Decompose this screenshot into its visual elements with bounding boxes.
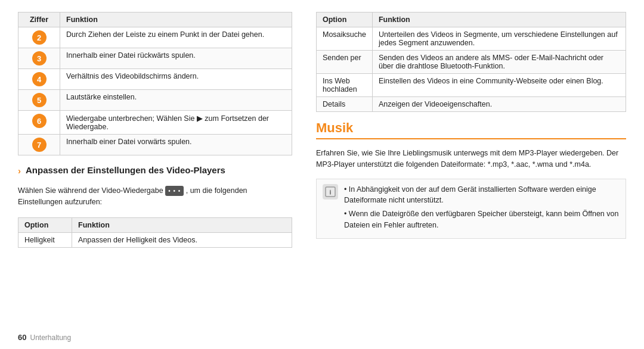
info-icon xyxy=(323,184,338,200)
ziffer-cell: 2 xyxy=(18,27,60,48)
list-item: Wenn die Dateigröße den verfügbaren Spei… xyxy=(344,208,620,231)
circle-number: 3 xyxy=(32,51,47,66)
info-text: In Abhängigkeit von der auf dem Gerät in… xyxy=(344,184,620,233)
body-text-before: Wählen Sie während der Video-Wiedergabe xyxy=(18,186,163,195)
option-header-right: Option xyxy=(317,13,373,27)
funktion-cell: Wiedergabe unterbrechen; Wählen Sie ▶ zu… xyxy=(60,111,292,135)
funktion-cell: Einstellen des Videos in eine Community-… xyxy=(372,74,626,97)
circle-number: 5 xyxy=(32,93,47,107)
menu-button: • • • xyxy=(165,186,184,196)
funktion-cell: Innerhalb einer Datei rückwärts spulen. xyxy=(60,48,292,69)
circle-number: 2 xyxy=(32,30,47,45)
table-row: 4Verhältnis des Videobildschirms ändern. xyxy=(18,69,292,90)
chevron-icon: › xyxy=(18,166,21,176)
option-cell: Ins Web hochladen xyxy=(317,74,373,97)
funktion-cell: Anpassen der Helligkeit des Videos. xyxy=(72,232,292,247)
table-row: 7Innerhalb einer Datei vorwärts spulen. xyxy=(18,135,292,155)
table-row: MosaiksucheUnterteilen des Videos in Seg… xyxy=(317,27,626,51)
option-cell: Mosaiksuche xyxy=(317,27,373,51)
table-row: 2Durch Ziehen der Leiste zu einem Punkt … xyxy=(18,27,292,48)
option-cell: Helligkeit xyxy=(18,232,72,247)
ziffer-cell: 7 xyxy=(18,135,60,155)
table-row: DetailsAnzeigen der Videoeigenschaften. xyxy=(317,97,626,112)
musik-desc: Erfahren Sie, wie Sie Ihre Lieblingsmusi… xyxy=(316,148,626,170)
funktion-cell: Senden des Videos an andere als MMS- ode… xyxy=(372,51,626,74)
table-row: Ins Web hochladenEinstellen des Videos i… xyxy=(317,74,626,97)
circle-number: 6 xyxy=(32,114,47,128)
page-number: 60 xyxy=(18,333,26,342)
footer-label: Unterhaltung xyxy=(30,334,71,342)
list-item: In Abhängigkeit von der auf dem Gerät in… xyxy=(344,184,620,207)
funktion-cell: Lautstärke einstellen. xyxy=(60,90,292,111)
option-cell: Senden per xyxy=(317,51,373,74)
table-row: HelligkeitAnpassen der Helligkeit des Vi… xyxy=(18,232,292,247)
ziffer-cell: 3 xyxy=(18,48,60,69)
page-container: Ziffer Funktion 2Durch Ziehen der Leiste… xyxy=(0,0,644,349)
circle-number: 4 xyxy=(32,72,47,86)
funktion-cell: Anzeigen der Videoeigenschaften. xyxy=(372,97,626,112)
table-row: 5Lautstärke einstellen. xyxy=(18,90,292,111)
video-settings-heading: › Anpassen der Einstellungen des Video-P… xyxy=(18,165,292,176)
musik-heading: Musik xyxy=(316,120,626,139)
funktion-cell: Durch Ziehen der Leiste zu einem Punkt i… xyxy=(60,27,292,48)
ziffer-cell: 6 xyxy=(18,111,60,135)
option-funktion-table-right: Option Funktion MosaiksucheUnterteilen d… xyxy=(316,12,626,112)
video-settings-body: Wählen Sie während der Video-Wiedergabe … xyxy=(18,185,292,208)
ziffer-cell: 4 xyxy=(18,69,60,90)
funktion-cell: Verhältnis des Videobildschirms ändern. xyxy=(60,69,292,90)
right-column: Option Funktion MosaiksucheUnterteilen d… xyxy=(316,12,626,337)
funktion-cell: Innerhalb einer Datei vorwärts spulen. xyxy=(60,135,292,155)
option-cell: Details xyxy=(317,97,373,112)
circle-number: 7 xyxy=(32,138,47,152)
ziffer-cell: 5 xyxy=(18,90,60,111)
ziffer-header: Ziffer xyxy=(18,13,60,27)
funktion-header-left: Funktion xyxy=(60,13,292,27)
table-row: Senden perSenden des Videos an andere al… xyxy=(317,51,626,74)
funktion-cell: Unterteilen des Videos in Segmente, um v… xyxy=(372,27,626,51)
heading-text: Anpassen der Einstellungen des Video-Pla… xyxy=(26,165,225,175)
table-row: 3Innerhalb einer Datei rückwärts spulen. xyxy=(18,48,292,69)
option-header-left: Option xyxy=(18,217,72,232)
funktion-header-right: Funktion xyxy=(372,13,626,27)
page-footer: 60 Unterhaltung xyxy=(18,333,71,342)
info-box: In Abhängigkeit von der auf dem Gerät in… xyxy=(316,179,626,239)
option-funktion-table-left: Option Funktion HelligkeitAnpassen der H… xyxy=(18,217,292,248)
funktion-header-left-2: Funktion xyxy=(72,217,292,232)
table-row: 6Wiedergabe unterbrechen; Wählen Sie ▶ z… xyxy=(18,111,292,135)
ziffer-funktion-table: Ziffer Funktion 2Durch Ziehen der Leiste… xyxy=(18,12,292,155)
left-column: Ziffer Funktion 2Durch Ziehen der Leiste… xyxy=(18,12,292,337)
